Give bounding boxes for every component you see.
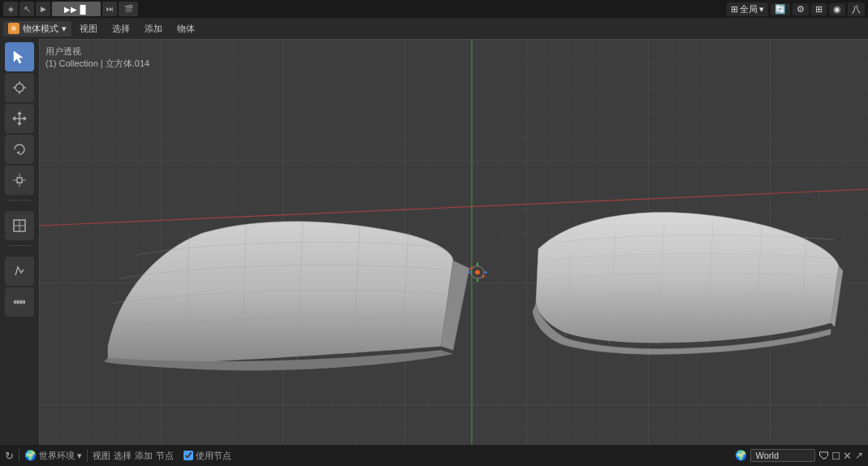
scale-tool-btn[interactable] — [5, 166, 34, 195]
menu-select[interactable]: 选择 — [106, 21, 136, 37]
rotate-icon: ↻ — [5, 450, 14, 462]
mode-icon — [8, 23, 19, 34]
global-icon: ⊞ — [731, 4, 738, 15]
status-world-env[interactable]: 🌍 世界环境 ▾ — [24, 450, 82, 462]
measure-tool-btn[interactable] — [5, 287, 34, 317]
svg-point-1 — [11, 26, 16, 31]
rotate-tool-btn[interactable] — [5, 135, 34, 164]
world-sphere-icon: 🌍 — [735, 450, 747, 461]
top-tool-3[interactable]: ▶▶▐▌ — [52, 2, 101, 16]
use-nodes-checkbox[interactable]: 使用节点 — [184, 450, 231, 462]
status-bar: ↻ 🌍 世界环境 ▾ 视图 选择 添加 节点 使用节点 🌍 🛡 □ ✕ ↗ — [0, 445, 868, 466]
left-toolbar — [0, 39, 39, 445]
svg-rect-28 — [39, 39, 868, 445]
world-dropdown: ▾ — [77, 451, 82, 461]
select-label: 选择 — [114, 450, 132, 462]
cursor-tool-btn[interactable] — [5, 73, 34, 102]
svg-marker-14 — [16, 151, 19, 154]
separator-status-1 — [19, 449, 19, 462]
dropdown-icon: ▾ — [759, 4, 764, 15]
blender-icon[interactable]: ◈ — [3, 2, 18, 16]
separator-2 — [7, 245, 32, 252]
mode-dropdown: ▾ — [62, 24, 67, 34]
status-view-menu[interactable]: 视图 — [93, 450, 110, 462]
add-label: 添加 — [135, 450, 153, 462]
svg-rect-15 — [17, 178, 22, 183]
transform-tool-btn[interactable] — [5, 211, 34, 240]
menu-object[interactable]: 物体 — [171, 21, 201, 37]
svg-marker-2 — [14, 51, 23, 63]
status-select-menu[interactable]: 选择 — [114, 450, 132, 462]
status-right: 🌍 🛡 □ ✕ ↗ — [735, 449, 863, 462]
svg-point-3 — [15, 84, 24, 92]
top-right-icons: ⊞ 全局 ▾ 🔄 ⚙ ⊞ ◉ 八 — [727, 2, 865, 16]
top-bar: ◈ ↖ ▶ ▶▶▐▌ ⏭ 🎬 ⊞ 全局 ▾ 🔄 ⚙ ⊞ ◉ 八 — [0, 0, 868, 18]
world-input[interactable] — [750, 449, 815, 462]
menu-view[interactable]: 视图 — [73, 21, 104, 37]
top-tool-5[interactable]: 🎬 — [119, 2, 138, 16]
world-close-btn[interactable]: ✕ — [843, 450, 852, 462]
viewport[interactable]: 用户透视 (1) Collection | 立方体.014 — [39, 39, 868, 445]
svg-marker-12 — [12, 116, 15, 121]
status-rotate[interactable]: ↻ — [5, 450, 14, 462]
last-btn[interactable]: 八 — [848, 2, 865, 16]
world-env-label: 世界环境 — [39, 450, 75, 462]
separator-1 — [7, 200, 32, 206]
separator-status-2 — [87, 449, 88, 462]
world-icon: 🌍 — [24, 450, 37, 461]
world-icon-2[interactable]: □ — [833, 449, 840, 462]
top-left-icons: ◈ ↖ ▶ ▶▶▐▌ ⏭ 🎬 — [3, 2, 138, 16]
use-nodes-label: 使用节点 — [196, 450, 231, 462]
move-tool-btn[interactable] — [5, 104, 34, 133]
status-node-menu[interactable]: 节点 — [156, 450, 174, 462]
svg-marker-10 — [17, 111, 22, 114]
world-icon-1[interactable]: 🛡 — [818, 449, 830, 462]
mode-label: 物体模式 — [23, 23, 58, 35]
select-tool-btn[interactable] — [5, 42, 34, 71]
menu-add[interactable]: 添加 — [138, 21, 169, 37]
mode-selector[interactable]: 物体模式 ▾ — [3, 21, 71, 37]
global-label: 全局 — [740, 3, 758, 15]
circle-btn[interactable]: ◉ — [829, 3, 845, 15]
top-tool-4[interactable]: ⏭ — [102, 2, 117, 16]
refresh-btn[interactable]: 🔄 — [771, 3, 790, 15]
settings-btn[interactable]: ⚙ — [792, 3, 809, 15]
annotate-tool-btn[interactable] — [5, 257, 34, 286]
view-label: 视图 — [93, 450, 110, 462]
grid-btn[interactable]: ⊞ — [811, 3, 827, 15]
svg-marker-13 — [24, 116, 27, 121]
global-selector[interactable]: ⊞ 全局 ▾ — [727, 2, 768, 16]
svg-marker-11 — [17, 123, 22, 126]
use-nodes-check[interactable] — [184, 451, 193, 460]
world-pin-btn[interactable]: ↗ — [855, 450, 863, 461]
top-tool-2[interactable]: ▶ — [36, 2, 50, 16]
top-tool-1[interactable]: ↖ — [19, 2, 34, 16]
viewport-grid — [39, 39, 868, 445]
node-label: 节点 — [156, 450, 174, 462]
header-bar: 物体模式 ▾ 视图 选择 添加 物体 — [0, 18, 868, 39]
status-add-menu[interactable]: 添加 — [135, 450, 153, 462]
